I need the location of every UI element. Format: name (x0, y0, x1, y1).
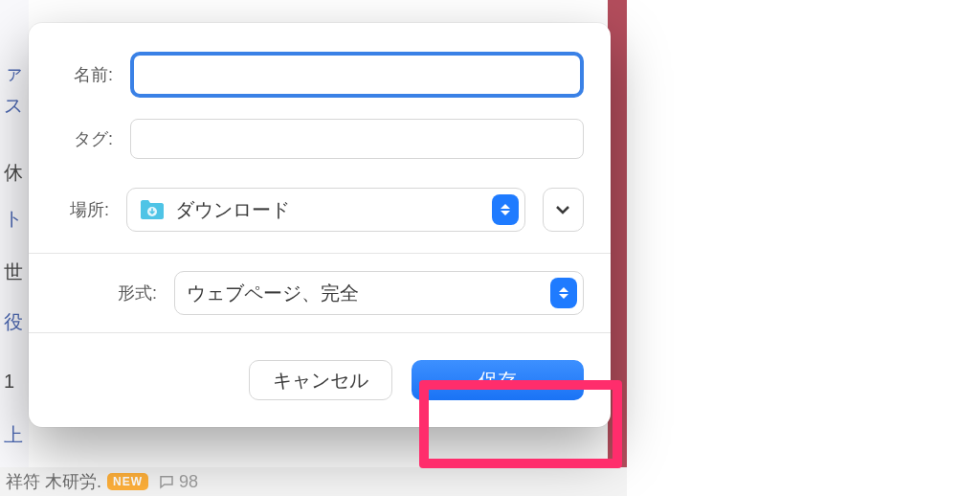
dialog-buttons: キャンセル 保存 (56, 345, 584, 427)
name-label: 名前: (56, 63, 113, 86)
where-label: 場所: (56, 198, 109, 221)
bg-hint-3: 休 (4, 163, 23, 182)
chevron-down-icon (555, 205, 570, 214)
divider-top (29, 253, 611, 254)
comment-count: 98 (158, 472, 198, 492)
name-row: 名前: (56, 52, 584, 98)
bg-hint-7: 1 (4, 372, 14, 391)
format-selected-text: ウェブページ、完全 (187, 281, 359, 306)
bg-hint-6: 役 (4, 312, 23, 331)
filename-input[interactable] (130, 52, 584, 98)
bg-hint-1: ァ (4, 63, 23, 82)
downloads-folder-icon (139, 199, 166, 220)
tags-label: タグ: (56, 127, 113, 150)
expand-options-button[interactable] (543, 188, 584, 232)
save-dialog: 名前: タグ: 場所: ダウンロード (29, 23, 611, 427)
new-badge: NEW (107, 473, 148, 490)
tags-input[interactable] (130, 119, 584, 159)
tags-row: タグ: (56, 119, 584, 159)
cancel-button[interactable]: キャンセル (249, 360, 392, 400)
format-row: 形式: ウェブページ、完全 (56, 271, 584, 315)
bg-hint-8: 上 (4, 425, 23, 444)
location-select[interactable]: ダウンロード (126, 188, 525, 232)
format-label: 形式: (56, 282, 157, 304)
updown-stepper-icon (492, 194, 519, 225)
save-button[interactable]: 保存 (412, 360, 584, 400)
location-selected-text: ダウンロード (175, 197, 290, 223)
bg-bottom-bar: 祥符 木研労. NEW 98 (0, 467, 627, 496)
chat-bubble-icon (158, 473, 175, 490)
format-select[interactable]: ウェブページ、完全 (174, 271, 584, 315)
bg-hint-4: ト (4, 209, 23, 228)
updown-stepper-icon (550, 278, 577, 308)
divider-bottom (29, 332, 611, 333)
bg-bottom-text: 祥符 木研労. (6, 470, 101, 493)
bg-hint-2: ス (4, 96, 23, 115)
bg-hint-5: 世 (4, 262, 23, 282)
location-row: 場所: ダウンロード (56, 188, 584, 232)
